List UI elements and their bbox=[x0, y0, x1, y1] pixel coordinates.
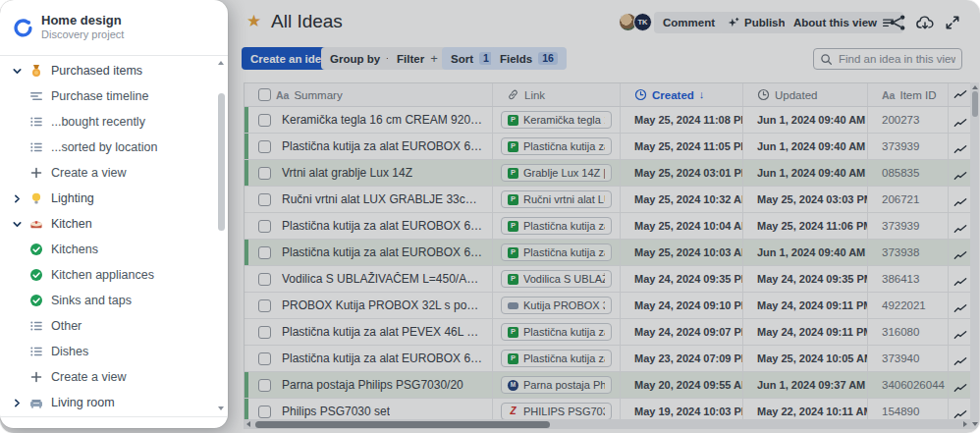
scroll-right-arrow[interactable] bbox=[963, 421, 967, 427]
vertical-scrollbar[interactable] bbox=[970, 82, 979, 429]
column-header-link[interactable]: Link bbox=[493, 83, 621, 106]
row-checkbox[interactable] bbox=[258, 299, 271, 312]
comment-button[interactable]: Comment bbox=[654, 12, 724, 33]
row-checkbox[interactable] bbox=[258, 273, 271, 286]
select-all-checkbox[interactable] bbox=[258, 88, 271, 101]
table-row[interactable]: Plastična kutija za alat PEVEX 46L S POK… bbox=[245, 319, 970, 346]
share-icon[interactable] bbox=[889, 14, 906, 31]
sidebar-item-purchase-timeline[interactable]: Purchase timeline bbox=[0, 83, 218, 109]
link-chip[interactable]: Plastična kutija za ala... bbox=[501, 217, 612, 235]
sidebar-item-create-a-view[interactable]: Create a view bbox=[0, 160, 218, 186]
table-row[interactable]: Vodilica S UBLAŽIVAČEM L=450/A=445mm 2/1… bbox=[245, 266, 970, 293]
column-header-updated[interactable]: Updated bbox=[743, 83, 868, 106]
column-header-activity[interactable] bbox=[949, 83, 970, 106]
table-row[interactable]: Plastična kutija za alat EUROBOX 60x40x3… bbox=[245, 346, 970, 372]
activity-pulse-icon[interactable] bbox=[953, 115, 967, 126]
column-label: Summary bbox=[294, 89, 342, 101]
scroll-down-arrow[interactable] bbox=[972, 422, 978, 426]
sidebar-item-purchased-items[interactable]: Purchased items bbox=[0, 58, 218, 83]
sidebar-item-kitchens[interactable]: Kitchens bbox=[0, 237, 218, 262]
chevron-down-icon[interactable] bbox=[12, 65, 28, 77]
column-header-item-id[interactable]: Aa Item ID bbox=[868, 83, 949, 106]
activity-pulse-icon[interactable] bbox=[953, 168, 967, 179]
activity-pulse-icon[interactable] bbox=[953, 221, 967, 232]
row-checkbox[interactable] bbox=[258, 114, 271, 127]
sidebar-item-sorted-by-location[interactable]: ...sorted by location bbox=[0, 135, 218, 160]
row-checkbox[interactable] bbox=[258, 167, 271, 180]
row-checkbox[interactable] bbox=[258, 379, 271, 392]
workspace-header[interactable]: Home design Discovery project bbox=[0, 0, 228, 55]
table-row[interactable]: Plastična kutija za alat EUROBOX 60x40x2… bbox=[245, 134, 970, 160]
scroll-up-arrow[interactable] bbox=[972, 85, 978, 89]
sidebar-scroll-thumb[interactable] bbox=[218, 93, 225, 231]
link-chip[interactable]: Plastična kutija za ala... bbox=[501, 323, 612, 341]
table-row[interactable]: Ručni vrtni alat LUX GRABLJE 33cm S DRŠK… bbox=[245, 187, 970, 213]
activity-pulse-icon[interactable] bbox=[953, 380, 967, 391]
link-chip[interactable]: Parna postaja Philips ... bbox=[501, 376, 612, 394]
row-checkbox[interactable] bbox=[258, 406, 271, 418]
favorite-star-icon[interactable]: ★ bbox=[246, 13, 261, 29]
search-input[interactable] bbox=[813, 48, 962, 70]
table-row[interactable]: Plastična kutija za alat EUROBOX 60x40x1… bbox=[245, 240, 970, 266]
sidebar-scroll-down-arrow[interactable] bbox=[218, 406, 224, 410]
link-chip[interactable]: Vodilica S UBLAŽIVA... bbox=[501, 270, 612, 288]
sidebar-item-kitchen[interactable]: Kitchen bbox=[0, 211, 218, 237]
activity-pulse-icon[interactable] bbox=[953, 141, 967, 152]
chevron-right-icon[interactable] bbox=[12, 397, 28, 408]
link-chip[interactable]: Plastična kutija za ala... bbox=[501, 137, 612, 155]
link-chip[interactable]: PHILIPS PSG7030 SET bbox=[501, 403, 612, 420]
scroll-left-arrow[interactable] bbox=[246, 421, 250, 427]
filter-button[interactable]: Filter+ bbox=[388, 47, 447, 70]
link-chip[interactable]: Kutija PROBOX 32L s ... bbox=[501, 297, 612, 314]
activity-pulse-icon[interactable] bbox=[953, 327, 967, 338]
sidebar-item-create-a-view[interactable]: Create a view bbox=[0, 364, 218, 390]
horizontal-scroll-thumb[interactable] bbox=[255, 421, 550, 428]
link-chip[interactable]: Plastična kutija za ala... bbox=[501, 244, 612, 261]
row-checkbox[interactable] bbox=[258, 140, 271, 153]
table-row[interactable]: Parna postaja Philips PSG7030/20Parna po… bbox=[245, 372, 970, 399]
sidebar-scroll-up-arrow[interactable] bbox=[218, 61, 224, 65]
link-chip[interactable]: Grablje Lux 14Z | Pevex bbox=[501, 164, 612, 182]
sidebar-item-sinks-and-taps[interactable]: Sinks and taps bbox=[0, 288, 218, 313]
column-header-summary[interactable]: Aa Summary bbox=[245, 83, 493, 106]
text-field-icon: Aa bbox=[276, 89, 289, 101]
sidebar-item-lighting[interactable]: Lighting bbox=[0, 186, 218, 211]
horizontal-scrollbar[interactable] bbox=[244, 419, 970, 429]
expand-icon[interactable] bbox=[945, 14, 962, 31]
sidebar-item-other[interactable]: Other bbox=[0, 313, 218, 339]
link-chip[interactable]: Ručni vrtni alat LUX ... bbox=[501, 190, 612, 208]
activity-pulse-icon[interactable] bbox=[953, 247, 967, 258]
activity-pulse-icon[interactable] bbox=[953, 194, 967, 205]
activity-pulse-icon[interactable] bbox=[953, 406, 967, 417]
avatar-initials[interactable]: TK bbox=[633, 13, 652, 31]
sidebar-item-living-room[interactable]: Living room bbox=[0, 390, 218, 415]
activity-pulse-icon[interactable] bbox=[953, 300, 967, 311]
vertical-scroll-thumb[interactable] bbox=[972, 91, 978, 117]
cloud-download-icon[interactable] bbox=[916, 14, 934, 31]
row-checkbox[interactable] bbox=[258, 326, 271, 339]
table-row[interactable]: Keramička tegla 16 cm CREAM 920/16Kerami… bbox=[245, 107, 970, 134]
table-row[interactable]: PROBOX Kutija PROBOX 32L s poklopcem pro… bbox=[245, 293, 970, 319]
row-checkbox[interactable] bbox=[258, 220, 271, 233]
sidebar-item-kitchen-appliances[interactable]: Kitchen appliances bbox=[0, 262, 218, 288]
chevron-down-icon[interactable] bbox=[12, 218, 28, 230]
about-this-view-button[interactable]: About this view bbox=[785, 12, 903, 33]
clock-icon bbox=[757, 88, 770, 101]
row-checkbox[interactable] bbox=[258, 193, 271, 206]
updated-cell: Jun 1, 2024 09:40 AM bbox=[743, 107, 868, 133]
column-header-created[interactable]: Created ↓ bbox=[621, 83, 743, 106]
chevron-right-icon[interactable] bbox=[12, 192, 28, 204]
link-chip[interactable]: Keramička tegla 16 c... bbox=[501, 111, 612, 129]
row-checkbox[interactable] bbox=[258, 246, 271, 259]
publish-button[interactable]: Publish bbox=[718, 12, 794, 33]
table-row[interactable]: Plastična kutija za alat EUROBOX 60x40x2… bbox=[245, 213, 970, 240]
activity-pulse-icon[interactable] bbox=[953, 353, 967, 364]
table-row[interactable]: Vrtni alat grablje Lux 14ZGrablje Lux 14… bbox=[245, 160, 970, 187]
activity-pulse-icon[interactable] bbox=[953, 274, 967, 285]
row-checkbox[interactable] bbox=[258, 352, 271, 365]
link-chip[interactable]: Plastična kutija za ala... bbox=[501, 350, 612, 367]
sidebar-item-bought-recently[interactable]: ...bought recently bbox=[0, 109, 218, 135]
sidebar-item-dishes[interactable]: Dishes bbox=[0, 339, 218, 364]
fields-button[interactable]: Fields16 bbox=[491, 47, 567, 70]
link-cell: Plastična kutija za ala... bbox=[493, 319, 621, 345]
